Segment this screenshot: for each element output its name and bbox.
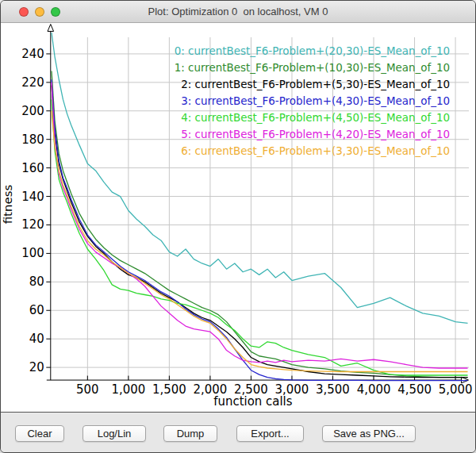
y-tick-label: 240 (21, 47, 44, 61)
legend-entry-2: 2: currentBest_F6-Problem+(5,30)-ES_Mean… (181, 79, 450, 90)
x-tick-label: 1,500 (152, 382, 186, 397)
y-tick-label: 100 (21, 246, 44, 260)
y-tick-label: 40 (29, 332, 44, 346)
x-tick-label: 500 (76, 382, 98, 397)
y-tick-label: 200 (21, 104, 44, 118)
log-lin-button[interactable]: Log/Lin (83, 425, 146, 442)
legend-entry-3: 3: currentBest_F6-Problem+(4,30)-ES_Mean… (181, 95, 450, 107)
y-tick-label: 140 (21, 190, 44, 204)
save-as-png-button[interactable]: Save as PNG... (322, 425, 416, 442)
legend-entry-0: 0: currentBest_F6-Problem+(20,30)-ES_Mea… (175, 45, 450, 57)
plot-canvas: 204060801001201401601802002202405001,000… (1, 23, 475, 412)
x-tick-label: 1,000 (111, 382, 145, 397)
series-line-4 (52, 99, 468, 375)
title-bar: Plot: Optimization 0 on localhost, VM 0 (1, 1, 475, 23)
y-axis-label: fitness (1, 185, 15, 225)
legend-entry-5: 5: currentBest_F6-Problem+(4,20)-ES_Mean… (181, 129, 450, 140)
series-line-0 (52, 33, 468, 323)
x-axis-label: function calls (213, 394, 292, 409)
y-tick-label: 220 (21, 75, 44, 90)
y-tick-label: 180 (21, 132, 44, 147)
y-tick-label: 160 (21, 161, 44, 175)
x-tick-label: 5,000 (439, 382, 473, 397)
series-line-3 (52, 79, 468, 380)
legend-entry-6: 6: currentBest_F6-Problem+(3,30)-ES_Mean… (181, 145, 450, 157)
plot-panel: 204060801001201401601802002202405001,000… (1, 23, 475, 413)
x-tick-label: 4,000 (357, 382, 391, 397)
legend: 0: currentBest_F6-Problem+(20,30)-ES_Mea… (175, 45, 450, 157)
clear-button[interactable]: Clear (15, 425, 64, 442)
y-axis-arrow-icon (48, 24, 54, 31)
plot-window: Plot: Optimization 0 on localhost, VM 0 … (0, 0, 476, 453)
legend-entry-1: 1: currentBest_F6-Problem+(10,30)-ES_Mea… (175, 62, 450, 74)
export-button[interactable]: Export... (236, 425, 304, 442)
y-tick-label: 120 (21, 217, 44, 232)
button-bar: Clear Log/Lin Dump Export... Save as PNG… (1, 413, 475, 452)
x-tick-label: 4,500 (397, 382, 432, 397)
x-tick-label: 3,500 (316, 382, 350, 397)
window-title: Plot: Optimization 0 on localhost, VM 0 (1, 1, 475, 22)
y-tick-label: 80 (29, 274, 44, 289)
legend-entry-4: 4: currentBest_F6-Problem+(4,50)-ES_Mean… (181, 112, 450, 124)
dump-button[interactable]: Dump (163, 425, 217, 442)
y-tick-label: 60 (29, 303, 44, 317)
y-tick-label: 20 (29, 360, 44, 374)
